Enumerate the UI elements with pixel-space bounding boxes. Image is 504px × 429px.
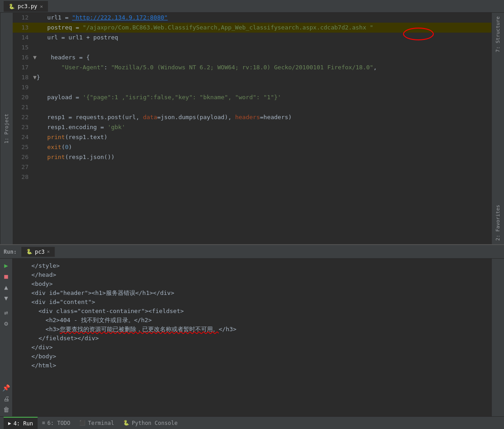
python-file-icon: 🐍 — [9, 4, 15, 10]
output-line: </head> — [17, 270, 487, 280]
line-number: 15 — [13, 43, 33, 53]
line-content: resp1 = requests.post(url, data=json.dum… — [33, 112, 491, 122]
output-area: </style> </head> <body> <div id="header"… — [13, 259, 491, 416]
code-table: 12 url1 = "http://222.134.9.172:8080"13 … — [13, 13, 491, 182]
line-number: 19 — [13, 82, 33, 92]
output-line: </html> — [17, 361, 487, 370]
line-content — [33, 162, 491, 172]
terminal-status-icon: ⬛ — [79, 420, 86, 426]
python-status-label: Python Console — [132, 420, 178, 426]
sidebar-item-project[interactable]: 1: Project — [0, 13, 13, 244]
line-content — [33, 82, 491, 92]
run-tab-pc3[interactable]: 🐍 pc3 × — [21, 247, 55, 257]
run-pin-button[interactable]: 📌 — [1, 383, 11, 393]
tab-bar: 🐍 pc3.py × — [0, 0, 504, 13]
status-tab-run[interactable]: ▶4: Run — [4, 417, 38, 429]
tab-close-button[interactable]: × — [40, 4, 43, 10]
line-number: 22 — [13, 112, 33, 122]
run-delete-button[interactable]: 🗑 — [1, 405, 11, 415]
sidebar-item-structure[interactable]: 7: Structure — [492, 13, 504, 56]
line-number: 21 — [13, 102, 33, 112]
line-number: 24 — [13, 132, 33, 142]
run-content: ▶ ■ ▲ ▼ ⇄ ⚙ 📌 🖨 🗑 </style> </head> <body… — [0, 259, 504, 416]
run-status-label: 4: Run — [14, 420, 33, 427]
line-content: ▼ headers = { — [33, 53, 491, 63]
line-number: 27 — [13, 162, 33, 172]
line-content: ▼} — [33, 72, 491, 82]
run-scroll-up-button[interactable]: ▲ — [1, 282, 11, 292]
python-status-icon: 🐍 — [123, 420, 130, 426]
output-line: </fieldset></div> — [17, 334, 487, 343]
run-tab-close[interactable]: × — [47, 249, 50, 255]
line-number: 13 — [13, 23, 33, 33]
line-number: 17 — [13, 63, 33, 72]
line-number: 25 — [13, 142, 33, 152]
output-line: <h2>404 - 找不到文件或目录。</h2> — [17, 316, 487, 325]
line-content — [33, 172, 491, 182]
output-line: </body> — [17, 352, 487, 361]
line-content — [33, 43, 491, 53]
status-tab-python[interactable]: 🐍Python Console — [119, 417, 182, 429]
line-number: 20 — [13, 92, 33, 102]
status-bar: ▶4: Run≡6: TODO⬛Terminal🐍Python Console — [0, 416, 504, 429]
line-content: url1 = "http://222.134.9.172:8080" — [33, 13, 491, 23]
tab-filename: pc3.py — [18, 3, 37, 10]
run-format-button[interactable]: ⇄ — [1, 308, 11, 318]
line-number: 16 — [13, 53, 33, 63]
todo-status-icon: ≡ — [42, 420, 45, 426]
right-sidebar: 7: Structure 2: Favorites — [491, 13, 504, 244]
project-label: 1: Project — [4, 113, 10, 143]
line-content: print(resp1.json()) — [33, 152, 491, 162]
line-content: url = url1 + postreq — [33, 33, 491, 43]
run-tab-bar: Run: 🐍 pc3 × — [0, 245, 504, 259]
output-line: <h3>您要查找的资源可能已被删除，已更改名称或者暂时不可用。</h3> — [17, 325, 487, 334]
line-content: print(resp1.text) — [33, 132, 491, 142]
line-number: 28 — [13, 172, 33, 182]
line-content: resp1.encoding = 'gbk' — [33, 122, 491, 132]
run-label: Run: — [4, 249, 17, 255]
line-content: payload = '{"page":1 ,"isrig":false,"key… — [33, 92, 491, 102]
output-line: <div id="content"> — [17, 298, 487, 307]
line-content — [33, 102, 491, 112]
output-line: <div id="header"><h1>服务器错误</h1></div> — [17, 289, 487, 298]
sidebar-item-favorites[interactable]: 2: Favorites — [492, 201, 504, 244]
output-line: </style> — [17, 261, 487, 270]
line-number: 14 — [13, 33, 33, 43]
line-number: 12 — [13, 13, 33, 23]
status-tab-todo[interactable]: ≡6: TODO — [38, 417, 75, 429]
structure-label: 7: Structure — [495, 16, 501, 52]
run-stop-button[interactable]: ■ — [1, 271, 11, 281]
terminal-status-label: Terminal — [88, 420, 114, 426]
status-tab-terminal[interactable]: ⬛Terminal — [75, 417, 119, 429]
line-content: exit(0) — [33, 142, 491, 152]
run-panel: Run: 🐍 pc3 × ▶ ■ ▲ ▼ ⇄ ⚙ 📌 🖨 🗑 — [0, 244, 504, 416]
output-line: <body> — [17, 280, 487, 289]
output-line: <div class="content-container"><fieldset… — [17, 307, 487, 316]
code-editor: 12 url1 = "http://222.134.9.172:8080"13 … — [13, 13, 491, 244]
line-number: 18 — [13, 72, 33, 82]
todo-status-label: 6: TODO — [48, 420, 71, 426]
run-tab-python-icon: 🐍 — [26, 249, 33, 255]
line-content: postreq = "/ajaxpro/Com.BC863.Web.Classi… — [33, 23, 491, 33]
line-number: 26 — [13, 152, 33, 162]
run-play-button[interactable]: ▶ — [1, 260, 11, 270]
run-settings-button[interactable]: ⚙ — [1, 318, 11, 328]
run-right-labels — [491, 259, 504, 416]
run-scroll-down-button[interactable]: ▼ — [1, 293, 11, 303]
favorites-label: 2: Favorites — [495, 205, 501, 241]
run-sidebar: ▶ ■ ▲ ▼ ⇄ ⚙ 📌 🖨 🗑 — [0, 259, 13, 416]
run-tab-name: pc3 — [35, 249, 45, 255]
run-status-icon: ▶ — [8, 420, 11, 426]
file-tab-pc3[interactable]: 🐍 pc3.py × — [4, 1, 48, 12]
run-print-button[interactable]: 🖨 — [1, 394, 11, 404]
line-content: "User-Agent": "Mozilla/5.0 (Windows NT 6… — [33, 63, 491, 72]
output-line: </div> — [17, 343, 487, 352]
line-number: 23 — [13, 122, 33, 132]
